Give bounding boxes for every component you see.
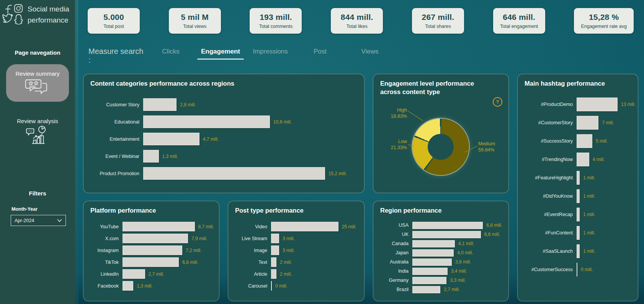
bar-row: Brazil2,7 mill. [380,285,502,294]
donut-label-high: High 18.83% [379,107,407,120]
panel-title: Engagement level performance across cont… [380,79,476,96]
bar[interactable] [577,208,580,221]
bar[interactable] [412,231,481,238]
bar[interactable] [577,263,577,276]
panels-grid: Content categories performance across re… [83,74,638,301]
tab-engagement[interactable]: Engagement [196,47,245,60]
bar[interactable] [577,98,618,111]
panel-title: Main hashtag performance [525,79,631,88]
review-analysis-button[interactable]: Review analysis [17,118,58,146]
review-analysis-label: Review analysis [17,118,58,124]
kpi-label: Total shares [419,24,457,29]
bar-category-label: Entertainment [90,137,143,142]
kpi-label: Total views [176,24,214,29]
bar-value-label: 1 mill. [583,193,595,199]
bar-category-label: Text [235,260,271,265]
bar[interactable] [577,153,589,166]
donut-hole [428,134,454,160]
month-year-label: Month-Year [11,206,75,212]
bar-row: Product Promotion15,2 mill. [90,165,357,182]
bar[interactable] [412,240,455,247]
bar-row: Article2 mill. [235,268,357,280]
kpi-value: 267 mill. [419,13,457,22]
bar[interactable] [412,249,454,257]
donut-label-medium: Medium 59.84% [478,141,495,153]
bar[interactable] [123,257,179,267]
bar[interactable] [577,189,580,203]
bar[interactable] [577,244,580,258]
bar[interactable] [271,257,276,267]
bar[interactable] [143,115,270,128]
bar-row: #EventRecap1 mill. [525,205,631,224]
region-panel: Region performance USA6,8 mill.UK6,6 mil… [373,201,509,301]
bar-value-label: 0 mill. [275,283,287,289]
bar-row: #SuccessStory5 mill. [525,132,631,150]
kpi-label: Total post [95,24,133,29]
bar[interactable] [123,234,188,243]
bar-category-label: Brazil [380,287,412,292]
bar[interactable] [123,269,145,279]
bar[interactable] [577,116,598,130]
bar[interactable] [412,286,440,293]
bar[interactable] [412,277,446,284]
bar-value-label: 8,7 mill. [198,224,214,229]
bar[interactable] [123,222,195,231]
bar-value-label: 10,6 mill. [273,119,292,125]
bar[interactable] [412,258,452,266]
bar[interactable] [271,234,279,243]
bar-value-label: 15,2 mill. [329,171,347,176]
bar[interactable] [123,281,133,291]
bar[interactable] [271,245,279,255]
bar-value-label: 7,9 mill. [191,236,207,241]
bar-value-label: 3 mill. [283,248,294,253]
bar[interactable] [577,171,580,185]
kpi-total-shares: 267 mill. Total shares [412,8,464,34]
tab-impressions[interactable]: Impressions [245,47,295,60]
bar-row: X.com7,9 mill. [90,232,212,244]
bar-track: 13 mill. [577,95,631,114]
bar-category-label: USA [380,223,412,228]
bar-row: #CustomerStory7 mill. [525,114,631,132]
bar-row: Instagram7,2 mill. [90,244,212,256]
bar-category-label: X.com [90,236,123,241]
bar[interactable] [143,133,199,145]
bar[interactable] [143,98,177,111]
bar-category-label: Article [235,271,271,277]
tab-views[interactable]: Views [345,47,395,60]
bar[interactable] [577,226,580,240]
bar[interactable] [143,167,325,180]
bar[interactable] [271,281,272,291]
donut-chart-area: High 18.83% Low 21.33% Medium 59.84% [380,99,502,185]
bar-row: #ProductDemo13 mill. [525,95,631,114]
month-year-value: Apr-2024 [15,218,34,223]
bar-category-label: Live Stream [235,236,271,241]
bar-track: 2,7 mill. [412,285,502,294]
review-summary-button[interactable]: Review summary [6,64,69,102]
bar-track: 2,7 mill. [123,268,212,280]
month-year-dropdown[interactable]: Apr-2024 [11,215,66,226]
engagement-donut[interactable] [412,119,469,175]
bar[interactable] [412,268,448,275]
bar-track: 4,7 mill. [143,130,357,148]
bar[interactable] [143,150,159,163]
bar[interactable] [123,245,182,255]
measure-search-label: Measure search : [88,47,146,65]
bar[interactable] [271,269,276,279]
main-hashtag-panel: Main hashtag performance #ProductDemo13 … [517,74,638,301]
bar[interactable] [412,222,483,229]
bar-value-label: 1 mill. [583,212,595,217]
bar-value-label: 2 mill. [280,260,292,265]
bar-track: 4 mill. [577,150,631,169]
bar-track: 1 mill. [577,242,631,260]
bar[interactable] [271,222,338,231]
bar-value-label: 4,7 mill. [203,137,219,142]
bar[interactable] [577,134,592,148]
bottom-left-panels: Platform performance YouTube8,7 mill.X.c… [83,201,364,301]
bar-category-label: Carousel [235,283,271,289]
bar-category-label: #DidYouKnow [525,193,577,199]
review-analysis-icon [26,125,49,146]
tab-post[interactable]: Post [295,47,345,60]
tab-clicks[interactable]: Clicks [146,47,196,60]
bar-category-label: Facebook [90,283,123,289]
bar-category-label: Product Promotion [90,171,143,176]
